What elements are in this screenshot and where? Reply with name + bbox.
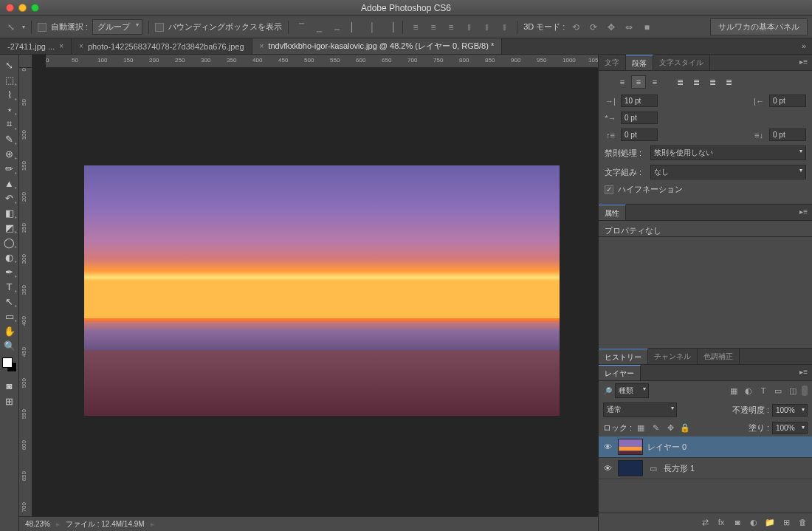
lock-move-icon[interactable]: ✥ bbox=[664, 422, 676, 434]
layer-row-1[interactable]: 👁 ▭ 長方形 1 bbox=[599, 458, 812, 479]
screenmode-icon[interactable]: ⊞ bbox=[1, 394, 18, 408]
dist-hcenter-icon[interactable]: ⦀ bbox=[480, 21, 493, 34]
layer-row-0[interactable]: 👁 レイヤー 0 bbox=[599, 436, 812, 458]
hyphen-checkbox[interactable] bbox=[605, 185, 613, 194]
kinsoku-dropdown[interactable]: 禁則を使用しない bbox=[650, 145, 806, 160]
trash-icon[interactable]: 🗑 bbox=[796, 516, 809, 528]
eraser-tool[interactable]: ◧▸ bbox=[1, 205, 18, 220]
fill-field[interactable]: 100% bbox=[772, 422, 808, 434]
close-icon[interactable]: × bbox=[59, 42, 63, 50]
panel-menu-icon[interactable]: ▸≡ bbox=[795, 55, 812, 70]
color-swatches[interactable] bbox=[2, 357, 17, 372]
tab-adjustments[interactable]: 色調補正 bbox=[698, 349, 740, 364]
hand-tool[interactable]: ✋ bbox=[1, 323, 18, 338]
align-right-icon[interactable]: ▕ bbox=[383, 21, 396, 34]
space-after-field[interactable] bbox=[769, 129, 806, 141]
auto-select-dropdown[interactable]: グループ bbox=[92, 19, 142, 35]
align-top-icon[interactable]: ⎺ bbox=[295, 21, 308, 34]
lock-all-icon[interactable]: 🔒 bbox=[679, 422, 691, 434]
justify-left-button[interactable]: ≣ bbox=[672, 75, 687, 89]
tab-paragraph[interactable]: 段落 bbox=[626, 55, 653, 70]
3d-slide-icon[interactable]: ⇔ bbox=[622, 21, 636, 34]
visibility-icon[interactable]: 👁 bbox=[602, 464, 613, 473]
quickmask-icon[interactable]: ◙ bbox=[1, 378, 18, 393]
pen-tool[interactable]: ✒▸ bbox=[1, 264, 18, 279]
indent-right-field[interactable] bbox=[769, 95, 806, 107]
layer-filter-dropdown[interactable]: 種類 bbox=[615, 383, 649, 398]
tab-history[interactable]: ヒストリー bbox=[599, 349, 648, 364]
tab-overflow-icon[interactable]: » bbox=[796, 38, 812, 54]
align-hcenter-icon[interactable]: │ bbox=[365, 21, 379, 34]
panel-menu-icon[interactable]: ▸≡ bbox=[795, 205, 812, 220]
crop-tool[interactable]: ⌗▸ bbox=[1, 117, 18, 131]
group-icon[interactable]: 📁 bbox=[763, 516, 777, 528]
heal-tool[interactable]: ⊛▸ bbox=[1, 146, 18, 161]
tab-channels[interactable]: チャンネル bbox=[648, 349, 698, 364]
dodge-tool[interactable]: ◐▸ bbox=[1, 250, 18, 264]
doc-tab-0[interactable]: -27411.jpg ...× bbox=[0, 38, 72, 54]
align-left-icon[interactable]: ▏ bbox=[348, 21, 361, 34]
align-right-button[interactable]: ≡ bbox=[647, 75, 662, 89]
align-bottom-icon[interactable]: ⎽ bbox=[330, 21, 343, 34]
indent-first-field[interactable] bbox=[621, 112, 658, 124]
indent-left-field[interactable] bbox=[621, 95, 658, 107]
tab-properties[interactable]: 属性 bbox=[599, 205, 626, 220]
auto-select-checkbox[interactable] bbox=[38, 23, 47, 32]
blur-tool[interactable]: ◯▸ bbox=[1, 235, 18, 250]
filter-toggle-icon[interactable] bbox=[802, 386, 808, 396]
wand-tool[interactable]: ⋆▸ bbox=[1, 102, 18, 117]
gradient-tool[interactable]: ◩▸ bbox=[1, 220, 18, 235]
lock-paint-icon[interactable]: ✎ bbox=[650, 422, 661, 434]
bbox-checkbox[interactable] bbox=[155, 23, 164, 32]
tab-layers[interactable]: レイヤー bbox=[599, 365, 641, 380]
dist-right-icon[interactable]: ⦀ bbox=[498, 21, 511, 34]
dist-top-icon[interactable]: ≡ bbox=[409, 21, 422, 34]
justify-center-button[interactable]: ≣ bbox=[689, 75, 703, 89]
opacity-field[interactable]: 100% bbox=[772, 404, 808, 417]
space-before-field[interactable] bbox=[621, 129, 658, 141]
3d-pan-icon[interactable]: ✥ bbox=[605, 21, 618, 34]
canvas-viewport[interactable] bbox=[32, 68, 598, 516]
filter-smart-icon[interactable]: ◫ bbox=[787, 385, 799, 397]
brush-tool[interactable]: ✏▸ bbox=[1, 161, 18, 176]
close-icon[interactable]: × bbox=[260, 42, 264, 50]
justify-all-button[interactable]: ≣ bbox=[721, 75, 736, 89]
lasso-tool[interactable]: ⌇▸ bbox=[1, 87, 18, 102]
zoom-level[interactable]: 48.23% bbox=[25, 520, 50, 528]
eyedropper-tool[interactable]: ✎▸ bbox=[1, 131, 18, 146]
tab-character[interactable]: 文字 bbox=[599, 55, 626, 70]
dist-vcenter-icon[interactable]: ≡ bbox=[427, 21, 440, 34]
history-brush-tool[interactable]: ↶▸ bbox=[1, 191, 18, 205]
doc-tab-2[interactable]: ×tndvfkxkbho-igor-kasalovic.jpg @ 48.2% … bbox=[252, 38, 503, 54]
new-layer-icon[interactable]: ⊞ bbox=[780, 516, 793, 528]
path-tool[interactable]: ↖▸ bbox=[1, 294, 18, 309]
close-icon[interactable]: × bbox=[79, 42, 83, 50]
align-left-button[interactable]: ≡ bbox=[615, 75, 630, 89]
align-vcenter-icon[interactable]: ⎯ bbox=[312, 21, 326, 34]
align-center-button[interactable]: ≡ bbox=[631, 75, 646, 89]
visibility-icon[interactable]: 👁 bbox=[602, 442, 613, 451]
3d-roll-icon[interactable]: ⟳ bbox=[587, 21, 600, 34]
stamp-tool[interactable]: ▲▸ bbox=[1, 176, 18, 191]
shape-tool[interactable]: ▭▸ bbox=[1, 309, 18, 323]
dist-left-icon[interactable]: ⦀ bbox=[462, 21, 475, 34]
justify-right-button[interactable]: ≣ bbox=[705, 75, 720, 89]
filter-type-icon[interactable]: T bbox=[757, 385, 769, 397]
3d-rotate-icon[interactable]: ⟲ bbox=[569, 21, 582, 34]
blend-mode-dropdown[interactable]: 通常 bbox=[603, 402, 677, 417]
doc-tab-1[interactable]: ×photo-1422568374078-27d3842ba676.jpeg bbox=[72, 38, 252, 54]
filter-shape-icon[interactable]: ▭ bbox=[772, 385, 784, 397]
mojikumi-dropdown[interactable]: なし bbox=[650, 165, 806, 179]
type-tool[interactable]: T▸ bbox=[1, 279, 18, 294]
custom-panel-button[interactable]: サルワカの基本パネル bbox=[710, 18, 808, 35]
panel-menu-icon[interactable]: ▸≡ bbox=[795, 365, 812, 380]
adjustment-icon[interactable]: ◐ bbox=[747, 516, 760, 528]
3d-scale-icon[interactable]: ■ bbox=[640, 21, 653, 34]
link-icon[interactable]: ⇄ bbox=[698, 516, 712, 528]
mask-icon[interactable]: ◙ bbox=[731, 516, 744, 528]
move-tool[interactable]: ⤡ bbox=[1, 58, 18, 72]
lock-pixels-icon[interactable]: ▦ bbox=[635, 422, 647, 434]
dist-bottom-icon[interactable]: ≡ bbox=[444, 21, 458, 34]
filter-adjust-icon[interactable]: ◐ bbox=[743, 385, 754, 397]
marquee-tool[interactable]: ⬚▸ bbox=[1, 72, 18, 87]
